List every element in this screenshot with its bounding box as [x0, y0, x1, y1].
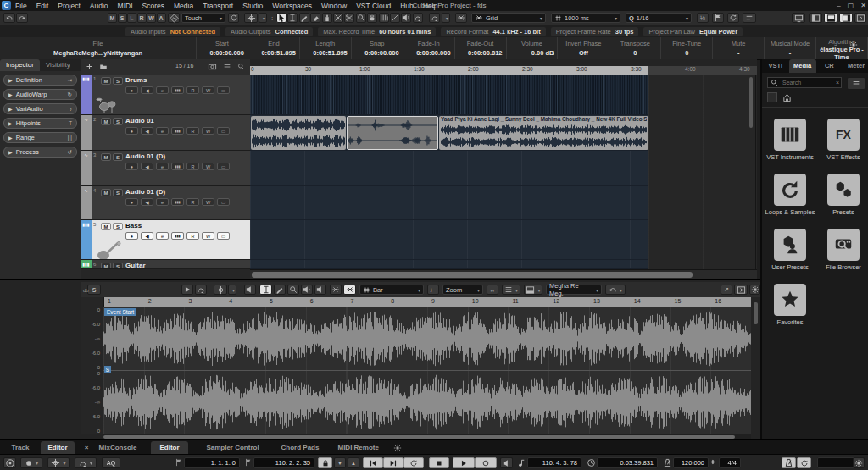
track-presets-folder-icon[interactable] — [99, 63, 108, 71]
info-field-volume[interactable]: Volume0.00 dB — [507, 37, 559, 59]
rack-tab-media[interactable]: Media — [789, 59, 816, 73]
tool-comp[interactable] — [379, 13, 389, 23]
automation-l-button[interactable]: L — [127, 13, 136, 23]
editor-solo-button[interactable]: S — [87, 285, 101, 295]
menu-scores[interactable]: Scores — [142, 2, 164, 10]
track-write-button[interactable]: W — [202, 232, 214, 240]
tool-line[interactable] — [390, 13, 400, 23]
track-record-button[interactable]: ● — [125, 163, 138, 170]
track-instrument-button[interactable]: ▮▮▮ — [171, 232, 184, 240]
info-field-file[interactable]: FileMeghaReMegh...yNrittyangan — [0, 37, 197, 59]
lowerzone-tab-editor[interactable]: Editor — [151, 441, 188, 455]
cursor-options-dropdown[interactable]: ▾ — [259, 13, 267, 23]
lowerzone-tab-midi-remote[interactable]: MIDI Remote — [333, 441, 383, 455]
editor-autoscroll-icon[interactable] — [214, 285, 227, 295]
editor-s-marker[interactable]: S — [104, 366, 111, 373]
status-audio-inputs[interactable]: Audio InputsNot Connected — [125, 27, 220, 36]
arrange-track-lane[interactable] — [250, 260, 648, 269]
track-instrument-button[interactable]: ▮▮▮ — [171, 163, 184, 170]
track-row-audio-01-d-[interactable]: ∿4MSAudio 01 (D)●◀e▮▮▮RW▭ — [81, 186, 250, 220]
tool-scrub[interactable] — [401, 13, 411, 23]
track-solo-button[interactable]: S — [113, 118, 123, 125]
tool-range-selection[interactable] — [287, 13, 298, 23]
info-field-algorithm[interactable]: Algorithmélastique Pro - Time — [816, 37, 868, 59]
track-solo-button[interactable]: S — [113, 153, 123, 161]
drums-midi-part[interactable] — [251, 75, 648, 114]
punch-out-icon[interactable]: ▲ — [348, 457, 359, 468]
quantize-dropdown[interactable]: Q1/16▾ — [626, 13, 692, 23]
menu-workspaces[interactable]: Workspaces — [272, 2, 312, 10]
inspector-tab-visibility[interactable]: Visibility — [40, 59, 76, 71]
status-record-format[interactable]: Record Format44.1 kHz - 16 bit — [441, 27, 545, 36]
lowerzone-tab-mixconsole[interactable]: MixConsole — [95, 441, 141, 455]
status-audio-outputs[interactable]: Audio OutputsConnected — [225, 27, 313, 36]
search-input[interactable] — [781, 79, 833, 86]
editor-zoom-tool[interactable] — [287, 285, 299, 295]
info-field-fine-tune[interactable]: Fine-Tune0 — [661, 37, 713, 59]
layout-left-zone-button[interactable] — [809, 13, 822, 23]
track-edit-button[interactable]: e — [156, 86, 169, 94]
track-camera-icon[interactable] — [208, 62, 217, 71]
automation-s-button[interactable]: S — [118, 13, 127, 23]
editor-zoom-slider[interactable] — [751, 297, 760, 440]
record-button[interactable] — [475, 457, 497, 468]
track-record-button[interactable]: ● — [125, 127, 138, 135]
track-lanes-button[interactable]: ▭ — [217, 127, 230, 135]
editor-range-tool[interactable] — [259, 285, 272, 295]
go-to-start-button[interactable] — [363, 457, 383, 468]
info-field-musical-mode[interactable]: Musical Mode- — [765, 37, 816, 59]
tempo-field[interactable]: 120.000 — [673, 457, 709, 468]
redo-button[interactable] — [16, 13, 28, 23]
track-lanes-button[interactable]: ▭ — [217, 198, 230, 206]
close-lower-zone-icon[interactable]: × — [81, 441, 92, 455]
track-edit-button[interactable]: e — [156, 127, 169, 135]
track-write-button[interactable]: W — [202, 127, 214, 135]
track-mute-button[interactable]: M — [101, 263, 111, 269]
time-signature-field[interactable]: 4/4 — [719, 457, 741, 468]
click-pattern-dropdown[interactable]: ▾ — [75, 457, 97, 468]
cursor-mode-dropdown[interactable]: ▾ — [47, 457, 70, 468]
editor-autoscroll-options[interactable]: ▾ — [228, 285, 236, 295]
tool-erase[interactable] — [310, 13, 320, 23]
pre-roll-speaker-icon[interactable] — [500, 457, 513, 468]
tool-split[interactable] — [344, 13, 354, 23]
grid-type-dropdown[interactable]: Grid▾ — [471, 13, 546, 23]
rack-tab-vsti[interactable]: VSTi — [762, 59, 789, 73]
editor-waveform-display[interactable]: Event Start S — [103, 307, 751, 434]
editor-part-dropdown[interactable]: Megha Re Meg.▾ — [546, 285, 602, 295]
track-edit-button[interactable]: e — [156, 163, 169, 170]
inspector-section-definition[interactable]: ▶Definition⇥ — [3, 75, 77, 86]
editor-play-tool[interactable] — [301, 285, 313, 295]
track-mute-button[interactable]: M — [101, 153, 111, 161]
position-bars-field[interactable]: 110. 4. 3. 78 — [527, 457, 581, 468]
editor-insert-loop-dropdown[interactable]: ▾ — [605, 285, 626, 295]
info-field-snap[interactable]: Snap0:00:00.000 — [352, 37, 403, 59]
zone-tab-track[interactable]: Track — [3, 441, 37, 455]
tool-zoom[interactable] — [356, 13, 366, 23]
track-solo-button[interactable]: S — [113, 223, 123, 230]
rack-tab-meter[interactable]: Meter — [843, 59, 868, 73]
inspector-section-hitpoints[interactable]: ▶HitpointsT — [3, 118, 77, 129]
track-row-guitar[interactable]: ▮▮▮6MSGuitar — [81, 260, 250, 269]
automation-a-button[interactable]: A — [157, 13, 166, 23]
close-button[interactable]: ✕ — [860, 2, 866, 9]
rack-back-button[interactable] — [767, 92, 777, 102]
stop-button[interactable] — [429, 457, 449, 468]
track-row-audio-01[interactable]: ∿2MSAudio 01●◀e▮▮▮RW▭ — [81, 115, 250, 151]
play-button[interactable] — [453, 457, 475, 468]
layout-right-zone-button[interactable] — [839, 13, 853, 23]
track-solo-button[interactable]: S — [113, 77, 123, 85]
inspector-section-audiowarp[interactable]: ▶AudioWarp↻ — [3, 89, 77, 100]
locator-lock-button[interactable] — [318, 457, 332, 468]
metronome-click-button[interactable] — [782, 457, 796, 468]
editor-scrub-tool[interactable] — [314, 285, 326, 295]
add-track-button[interactable] — [86, 63, 93, 70]
tool-mute[interactable] — [333, 13, 343, 23]
info-field-end[interactable]: End0:00:51.895 — [248, 37, 300, 59]
tile-presets[interactable] — [827, 174, 860, 206]
track-lanes-button[interactable]: ▭ — [217, 163, 230, 170]
arrange-track-lane[interactable] — [250, 151, 648, 186]
editor-link-icon[interactable]: ↔ — [487, 285, 498, 295]
menu-media[interactable]: Media — [174, 2, 193, 10]
lowerzone-tab-chord-pads[interactable]: Chord Pads — [277, 441, 323, 455]
